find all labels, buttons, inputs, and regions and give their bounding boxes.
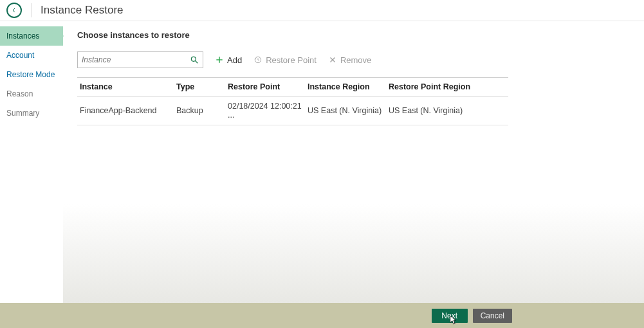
next-button[interactable]: Next xyxy=(432,309,468,323)
cancel-button[interactable]: Cancel xyxy=(473,309,512,323)
restore-point-button: Restore Point xyxy=(253,55,317,65)
th-restore-point[interactable]: Restore Point xyxy=(225,78,305,96)
cell-restore-point-region: US East (N. Virginia) xyxy=(386,96,508,125)
plus-icon xyxy=(215,55,224,64)
cell-type: Backup xyxy=(174,96,225,125)
table-header-row: Instance Type Restore Point Instance Reg… xyxy=(77,78,508,96)
sidebar-item-instances[interactable]: Instances xyxy=(0,26,63,46)
button-label: Restore Point xyxy=(266,55,317,65)
search-icon xyxy=(190,55,199,64)
sidebar-item-label: Restore Mode xyxy=(6,70,55,79)
wizard-body: Instances Account Restore Mode Reason Su… xyxy=(0,21,644,303)
remove-button: Remove xyxy=(328,55,371,65)
sidebar-item-account[interactable]: Account xyxy=(0,46,63,65)
add-button[interactable]: Add xyxy=(215,55,242,65)
sidebar-item-restore-mode[interactable]: Restore Mode xyxy=(0,65,63,84)
sidebar-item-label: Summary xyxy=(6,109,39,118)
divider xyxy=(31,3,32,17)
sidebar-item-label: Reason xyxy=(6,89,33,98)
cell-instance: FinanceApp-Backend xyxy=(77,96,174,125)
arrow-left-icon xyxy=(10,6,18,14)
sidebar-item-summary[interactable]: Summary xyxy=(0,104,63,123)
wizard-sidebar: Instances Account Restore Mode Reason Su… xyxy=(0,21,63,303)
cell-instance-region: US East (N. Virginia) xyxy=(305,96,386,125)
page-title: Instance Restore xyxy=(41,4,124,17)
wizard-footer: Next Cancel xyxy=(0,303,644,328)
th-instance[interactable]: Instance xyxy=(77,78,174,96)
instances-table: Instance Type Restore Point Instance Reg… xyxy=(77,77,508,125)
toolbar: Add Restore Point Remove xyxy=(77,51,630,68)
svg-line-1 xyxy=(196,61,198,64)
cell-restore-point: 02/18/2024 12:00:21 ... xyxy=(225,96,305,125)
search-input[interactable] xyxy=(82,55,190,64)
th-restore-point-region[interactable]: Restore Point Region xyxy=(386,78,508,96)
button-label: Cancel xyxy=(481,311,504,320)
table-row[interactable]: FinanceApp-Backend Backup 02/18/2024 12:… xyxy=(77,96,508,125)
sidebar-item-label: Account xyxy=(6,51,34,60)
back-button[interactable] xyxy=(6,3,22,18)
th-instance-region[interactable]: Instance Region xyxy=(305,78,386,96)
button-label: Next xyxy=(441,311,457,320)
close-icon xyxy=(328,55,337,64)
clock-rotate-icon xyxy=(253,55,262,64)
search-box[interactable] xyxy=(77,51,203,68)
sidebar-item-reason[interactable]: Reason xyxy=(0,84,63,104)
svg-point-0 xyxy=(191,57,196,61)
button-label: Add xyxy=(227,55,242,65)
sidebar-item-label: Instances xyxy=(6,32,39,41)
main-panel: Choose instances to restore Add Restore … xyxy=(63,21,644,303)
th-type[interactable]: Type xyxy=(174,78,225,96)
button-label: Remove xyxy=(340,55,371,65)
title-bar: Instance Restore xyxy=(0,0,644,21)
section-title: Choose instances to restore xyxy=(77,30,630,40)
